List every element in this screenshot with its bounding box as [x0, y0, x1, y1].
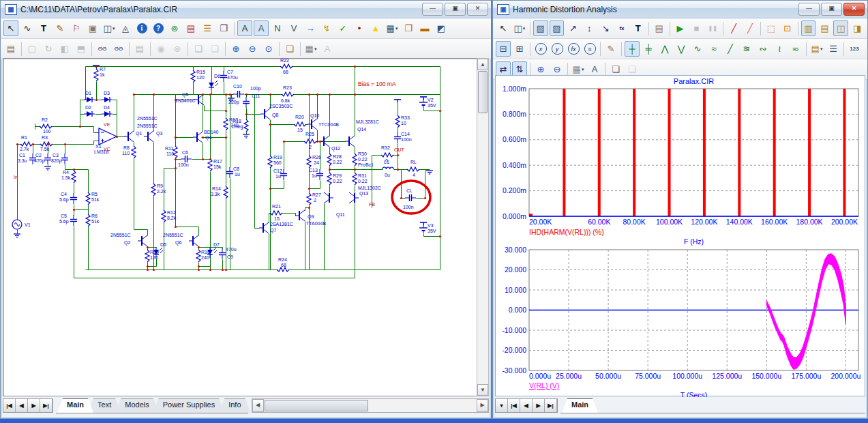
close-button[interactable]: ✕ — [467, 3, 488, 16]
node-voltages-toggle-icon[interactable]: V — [286, 20, 301, 36]
node-names-toggle-icon[interactable]: A — [254, 20, 269, 36]
link-mode-icon[interactable]: ⊚ — [167, 20, 182, 36]
region-enable-mode-icon[interactable]: ◬ — [118, 20, 133, 36]
tab-models[interactable]: Models — [115, 398, 158, 413]
schematic-horizontal-scrollbar[interactable]: ◀ ▶ — [252, 398, 489, 413]
tab-nav-button-2[interactable]: ▶ — [28, 399, 40, 412]
select-tool-icon[interactable]: ↖ — [3, 20, 18, 36]
minimize-button[interactable]: — — [422, 3, 443, 16]
global-low-icon[interactable]: ≀ — [772, 41, 787, 57]
model-check-icon[interactable]: ▤ — [183, 20, 198, 36]
panel-stripes-horizontal-icon[interactable]: ▤ — [817, 20, 832, 36]
clipboard-icon[interactable]: ▤▾ — [809, 41, 824, 57]
tab-nav-button-1[interactable]: ◀ — [16, 399, 28, 412]
formula-settings-icon[interactable]: fx — [566, 41, 581, 57]
point-tag-mode-icon[interactable]: ↗ — [565, 20, 580, 36]
grid-toggle-icon[interactable]: ▦▾ — [385, 20, 400, 36]
scroll-thumb[interactable] — [478, 71, 488, 113]
numeric-output-icon[interactable]: ☰ — [826, 41, 841, 57]
stats-icon[interactable]: ≂ — [788, 41, 803, 57]
properties-icon[interactable]: ▤ — [652, 20, 667, 36]
vertical-tag-mode-icon[interactable]: ↕ — [582, 20, 597, 36]
page-border-toggle-icon[interactable]: ❐ — [401, 20, 416, 36]
grid-snap-icon[interactable]: ▦▾ — [303, 41, 318, 57]
power-toggle-icon[interactable]: ↯ — [319, 20, 334, 36]
tab-nav-button-1[interactable]: |◀ — [508, 399, 520, 412]
title-block-toggle-icon[interactable]: ▬ — [417, 20, 432, 36]
bus-mode-icon[interactable]: ☰ — [200, 20, 215, 36]
warnings-toggle-icon[interactable]: ▲ — [368, 20, 383, 36]
calculator-icon[interactable]: 123 — [847, 41, 862, 57]
dropdown-arrow-icon[interactable]: ▾ — [314, 46, 317, 52]
scroll-right-button[interactable]: ▶ — [477, 399, 488, 412]
find-icon[interactable]: ΘΘ — [95, 41, 110, 57]
dropdown-arrow-icon[interactable]: ▾ — [523, 26, 526, 31]
cursor-lines-icon[interactable]: ┼ — [625, 41, 640, 57]
dropdown-arrow-icon[interactable]: ▾ — [113, 26, 115, 31]
inflection-icon[interactable]: ≋ — [739, 41, 754, 57]
maximize-button[interactable]: ▣ — [445, 3, 466, 16]
peak-icon[interactable]: ⋀ — [657, 41, 672, 57]
conditions-toggle-icon[interactable]: ✓ — [335, 20, 350, 36]
component-select-icon[interactable]: ◫▾ — [102, 20, 117, 36]
horizontal-tag-mode-icon[interactable]: ↘ — [598, 20, 613, 36]
attribute-text-toggle-icon[interactable]: A — [237, 20, 252, 36]
tab-nav-button-2[interactable]: ◀ — [520, 399, 533, 412]
formula-text-mode-icon[interactable]: fx — [614, 20, 629, 36]
schematic-canvas[interactable]: R71kD1D3D2D4R2100R12.7kR37.5kC13.3uC2470… — [3, 58, 478, 396]
valley-icon[interactable]: ⋁ — [674, 41, 689, 57]
data-points-icon[interactable]: ╱ — [726, 20, 741, 36]
tab-text[interactable]: Text — [88, 398, 121, 413]
schematic-titlebar[interactable]: ▦ C:\MC11\DATA\Petrov\Paralax\Paralax.CI… — [1, 1, 491, 18]
scroll-left-button[interactable]: ◀ — [252, 399, 264, 412]
envelope-icon[interactable]: ≈ — [706, 41, 721, 57]
tab-nav-button-3[interactable]: ▶| — [40, 399, 53, 412]
find-next-icon[interactable]: ΘΘ — [111, 41, 126, 57]
picture-mode-icon[interactable]: ▣ — [85, 20, 100, 36]
scale-mode-icon[interactable]: ▧ — [533, 20, 548, 36]
y-axis-settings-icon[interactable]: y — [550, 41, 565, 57]
grid-panels-icon[interactable]: ⊞ — [512, 41, 527, 57]
panel-stripes-vertical-icon[interactable]: ▥ — [801, 20, 816, 36]
list-settings-icon[interactable]: ≡ — [582, 41, 597, 57]
node-numbers-toggle-icon[interactable]: N — [270, 20, 285, 36]
cursor-mode-icon[interactable]: ▨ — [550, 20, 565, 36]
hscroll-thumb[interactable] — [265, 400, 368, 411]
pin-connections-toggle-icon[interactable]: • — [352, 20, 367, 36]
edit-plot-icon[interactable]: ✎ — [603, 41, 618, 57]
page-copy-icon[interactable]: ❏ — [282, 41, 297, 57]
x-axis-settings-icon[interactable]: x — [533, 41, 548, 57]
dropdown-arrow-icon[interactable]: ▾ — [582, 67, 584, 72]
zoom-region-icon[interactable]: ⊡ — [780, 20, 795, 36]
zoom-100-icon[interactable]: ⊙ — [261, 41, 276, 57]
cursor-both-icon[interactable]: ╪ — [641, 41, 656, 57]
schematic-vertical-scrollbar[interactable]: ▲ ▼ — [477, 58, 489, 396]
currents-toggle-icon[interactable]: → — [303, 20, 318, 36]
tab-nav-button-4[interactable]: ▶| — [545, 399, 557, 412]
text-mode-icon[interactable]: T — [36, 20, 51, 36]
attributes-dialog-icon[interactable]: ▤ — [3, 41, 18, 57]
dropdown-arrow-icon[interactable]: ▾ — [395, 26, 398, 31]
panel-split-left-icon[interactable]: ◫ — [833, 20, 848, 36]
close-button[interactable]: ✕ — [843, 3, 865, 16]
tab-power-supplies[interactable]: Power Supplies — [153, 398, 224, 413]
step-wizard-icon[interactable]: ❐ — [216, 20, 231, 36]
global-high-icon[interactable]: ∾ — [755, 41, 770, 57]
minimize-button[interactable]: — — [798, 3, 820, 16]
zoom-in-icon[interactable]: ⊕ — [228, 41, 243, 57]
run-icon[interactable]: ▶ — [673, 20, 688, 36]
dropdown-arrow-icon[interactable]: ▾ — [820, 46, 823, 52]
one-panel-icon[interactable]: ⊟ — [496, 41, 511, 57]
text-mode-icon[interactable]: T — [631, 20, 646, 36]
help-mode-icon[interactable]: ? — [151, 20, 166, 36]
tokens-icon[interactable]: ╱ — [743, 20, 758, 36]
tab-info[interactable]: Info — [219, 398, 250, 413]
wire-mode-icon[interactable]: ∿ — [20, 20, 35, 36]
tab-main[interactable]: Main — [562, 398, 598, 413]
analysis-titlebar[interactable]: ▣ Harmonic Distortion Analysis —▣✕ — [493, 1, 867, 18]
tab-nav-button-0[interactable]: ▾ — [496, 399, 508, 412]
slope-icon[interactable]: ╱ — [723, 41, 738, 57]
select-region-icon[interactable]: ⬚ — [764, 20, 779, 36]
tab-nav-button-3[interactable]: ▶ — [533, 399, 545, 412]
scroll-down-button[interactable]: ▼ — [477, 384, 488, 396]
